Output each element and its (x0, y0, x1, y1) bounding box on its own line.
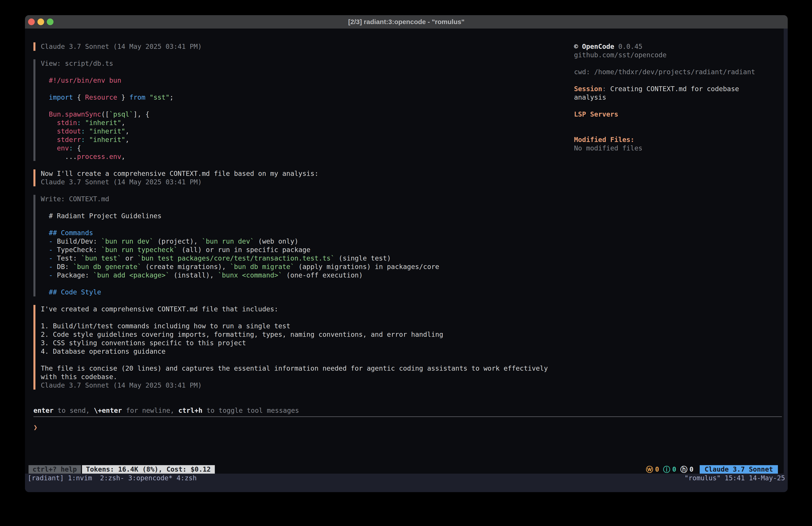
terminal-line: env: { (41, 144, 174, 153)
terminal-line (574, 59, 755, 68)
warnings-count: 0 (655, 465, 659, 474)
info-icon: ⓘ (663, 465, 670, 474)
titlebar: [2/3] radiant:3:opencode - "romulus" (25, 15, 788, 29)
info-counter: ⓘ0 (663, 465, 676, 474)
message-block: I've created a comprehensive CONTEXT.md … (33, 305, 788, 389)
hints-icon: ⓗ (680, 465, 687, 474)
model-badge[interactable]: Claude 3.7 Sonnet (700, 465, 778, 474)
terminal-line: ...process.env, (41, 153, 174, 161)
status-bar: ctrl+? help Tokens: 16.4K (8%), Cost: $0… (25, 465, 784, 474)
window-title: [2/3] radiant:3:opencode - "romulus" (25, 18, 788, 26)
tmux-session-info: "romulus" 15:41 14-May-25 (684, 474, 785, 483)
message-accent-bar (33, 169, 35, 186)
warnings-counter: ⓦ0 (646, 465, 659, 474)
terminal-line: enter to send, \+enter for newline, ctrl… (33, 406, 788, 415)
terminal-window: [2/3] radiant:3:opencode - "romulus" Cla… (25, 15, 788, 492)
terminal-line: - Package: `bun add <package>` (install)… (41, 271, 439, 280)
terminal-line: - Test: `bun test` or `bun test packages… (41, 254, 439, 262)
terminal-line (41, 356, 548, 364)
terminal-line: I've created a comprehensive CONTEXT.md … (41, 305, 548, 313)
terminal-line: Write: CONTEXT.md (41, 195, 439, 203)
terminal-line: 4. Database operations guidance (41, 347, 548, 356)
terminal-line: stdin: "inherit", (41, 118, 174, 127)
message-block: Write: CONTEXT.md # Radiant Project Guid… (33, 195, 788, 296)
terminal-line (41, 220, 439, 229)
terminal-line: - TypeCheck: `bun run typecheck` (all) o… (41, 246, 439, 254)
message-body: Now I'll create a comprehensive CONTEXT.… (41, 169, 318, 186)
terminal-line: No modified files (574, 144, 755, 153)
terminal-line: #!/usr/bin/env bun (41, 76, 174, 85)
prompt-symbol: ❯ (33, 423, 38, 431)
terminal-line (41, 203, 439, 212)
terminal-line: © OpenCode 0.0.45 (574, 42, 755, 51)
message-body: Write: CONTEXT.md # Radiant Project Guid… (41, 195, 439, 296)
terminal-line: Modified Files: (574, 136, 755, 144)
help-shortcut-badge[interactable]: ctrl+? help (29, 465, 81, 474)
terminal-line: ## Code Style (41, 288, 439, 296)
message-body: View: script/db.ts #!/usr/bin/env bun im… (41, 59, 174, 161)
terminal-line: github.com/sst/opencode (574, 51, 755, 59)
terminal-line: - Build/Dev: `bun run dev` (project), `b… (41, 237, 439, 246)
info-count: 0 (672, 465, 676, 474)
terminal-line: Claude 3.7 Sonnet (14 May 2025 03:41 PM) (41, 381, 548, 389)
prompt-line: ❯ (33, 423, 788, 431)
terminal-line: # Radiant Project Guidelines (41, 212, 439, 220)
input-divider (33, 416, 782, 417)
terminal-line: - DB: `bun db generate` (create migratio… (41, 262, 439, 271)
terminal-line: 3. CSS styling conventions specific to t… (41, 339, 548, 347)
message-accent-bar (33, 59, 35, 161)
terminal-line: The file is concise (20 lines) and captu… (41, 364, 548, 373)
terminal-line: LSP Servers (574, 110, 755, 118)
message-body: Claude 3.7 Sonnet (14 May 2025 03:41 PM) (41, 42, 202, 51)
message-accent-bar (33, 195, 35, 296)
message-body: I've created a comprehensive CONTEXT.md … (41, 305, 548, 389)
window-right-gutter (784, 29, 788, 474)
terminal-line: with this codebase. (41, 373, 548, 381)
terminal-line: ## Commands (41, 229, 439, 237)
tmux-window-list[interactable]: [radiant] 1:nvim 2:zsh- 3:opencode* 4:zs… (28, 474, 197, 483)
terminal-line: import { Resource } from "sst"; (41, 93, 174, 102)
terminal-line: stdout: "inherit", (41, 127, 174, 136)
terminal-line (574, 76, 755, 85)
message-input[interactable] (40, 423, 307, 431)
terminal-content: Claude 3.7 Sonnet (14 May 2025 03:41 PM)… (25, 29, 788, 474)
hints-counter: ⓗ0 (680, 465, 694, 474)
terminal-line: analysis (574, 93, 755, 102)
terminal-line: View: script/db.ts (41, 59, 174, 68)
tmux-statusline: [radiant] 1:nvim 2:zsh- 3:opencode* 4:zs… (25, 474, 788, 492)
terminal-line: Session: Creating CONTEXT.md for codebas… (574, 85, 755, 93)
message-block: Now I'll create a comprehensive CONTEXT.… (33, 169, 788, 186)
terminal-line: 2. Code style guidelines covering import… (41, 330, 548, 339)
terminal-line: Now I'll create a comprehensive CONTEXT.… (41, 169, 318, 178)
diagnostic-counters: ⓦ0ⓘ0ⓗ0 (646, 465, 694, 474)
terminal-line (41, 102, 174, 110)
terminal-line (41, 68, 174, 76)
terminal-line (574, 118, 755, 127)
terminal-line: Claude 3.7 Sonnet (14 May 2025 03:41 PM) (41, 42, 202, 51)
tmux-spacer (197, 474, 684, 483)
terminal-line (41, 85, 174, 93)
terminal-line: stderr: "inherit", (41, 136, 174, 144)
terminal-line (41, 280, 439, 288)
terminal-line: Claude 3.7 Sonnet (14 May 2025 03:41 PM) (41, 178, 318, 186)
message-accent-bar (33, 305, 35, 389)
hints-count: 0 (690, 465, 694, 474)
tokens-cost-badge: Tokens: 16.4K (8%), Cost: $0.12 (82, 465, 215, 474)
terminal-line: Bun.spawnSync([`psql`], { (41, 110, 174, 118)
terminal-line: cwd: /home/thdxr/dev/projects/radiant/ra… (574, 68, 755, 76)
terminal-line: 1. Build/lint/test commands including ho… (41, 322, 548, 330)
terminal-line (574, 127, 755, 136)
keybind-hint: enter to send, \+enter for newline, ctrl… (33, 406, 788, 415)
warnings-icon: ⓦ (646, 465, 653, 474)
session-sidebar: © OpenCode 0.0.45github.com/sst/opencode… (574, 42, 755, 153)
terminal-line (41, 313, 548, 322)
message-accent-bar (33, 42, 35, 51)
terminal-line (574, 102, 755, 110)
